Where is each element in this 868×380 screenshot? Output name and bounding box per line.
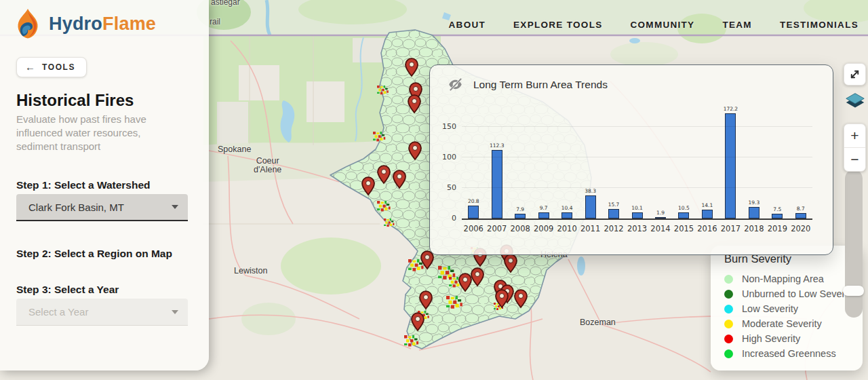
legend-label: High Severity: [742, 333, 800, 344]
bar-2010[interactable]: 10.4: [555, 205, 578, 218]
bar-2014[interactable]: 1.9: [649, 210, 672, 218]
nav-item-team[interactable]: TEAM: [722, 20, 751, 30]
legend-row: High Severity: [724, 331, 863, 346]
bar-value-label: 10.5: [678, 205, 690, 211]
legend-color-dot: [724, 349, 733, 358]
gridline: [462, 126, 812, 127]
panel-description: Evaluate how past fires have influenced …: [16, 113, 178, 153]
back-to-tools-button[interactable]: ← TOOLS: [16, 57, 87, 77]
bar-rect: [561, 212, 572, 218]
nav-item-about[interactable]: ABOUT: [449, 20, 486, 30]
chevron-down-icon: [172, 205, 178, 209]
bar-2015[interactable]: 10.5: [672, 205, 695, 218]
legend-color-dot: [724, 320, 733, 328]
legend-scrollbar-track[interactable]: [845, 170, 863, 318]
y-axis-tick: 100: [436, 153, 456, 162]
expand-map-button[interactable]: [844, 63, 866, 86]
bar-rect: [492, 150, 502, 218]
zoom-in-button[interactable]: +: [844, 124, 865, 148]
nav-item-explore-tools[interactable]: EXPLORE TOOLS: [513, 20, 602, 30]
step3-label: Step 3: Select a Year: [16, 284, 119, 296]
bar-2013[interactable]: 10.1: [625, 205, 648, 218]
bar-rect: [632, 212, 643, 218]
watershed-select[interactable]: Clark Fork Basin, MT: [16, 194, 188, 221]
visibility-off-icon[interactable]: [448, 77, 463, 92]
bar-value-label: 1.9: [656, 210, 665, 216]
legend-row: Moderate Severity: [724, 316, 863, 331]
bar-value-label: 10.1: [631, 205, 643, 211]
chart-header: Long Term Burn Area Trends: [448, 77, 608, 92]
bar-value-label: 8.7: [797, 206, 805, 212]
expand-icon: [848, 68, 861, 81]
x-axis-label: 2011: [578, 224, 601, 233]
y-axis-tick: 50: [436, 183, 456, 192]
map-label-castlegar: astlegar: [211, 0, 240, 7]
bar-rect: [515, 214, 526, 218]
bar-2016[interactable]: 14.1: [696, 202, 719, 218]
y-axis-tick: 150: [436, 122, 456, 131]
bar-rect: [725, 113, 736, 218]
app-stage: astlegar rail Spokane Coeur d'Alene Lewi…: [0, 0, 868, 380]
legend-color-dot: [724, 335, 733, 343]
bar-2011[interactable]: 38.3: [578, 188, 601, 218]
brand-name: HydroFlame: [49, 14, 156, 35]
nav-item-community[interactable]: COMMUNITY: [630, 20, 694, 30]
bar-value-label: 14.1: [702, 202, 713, 208]
x-axis-label: 2010: [555, 224, 578, 233]
year-select-placeholder: Select a Year: [28, 306, 88, 318]
bar-value-label: 19.3: [749, 200, 760, 206]
bar-value-label: 112.3: [490, 142, 504, 149]
bar-rect: [702, 210, 713, 218]
bar-value-label: 15.7: [608, 202, 620, 208]
top-navigation: ABOUTEXPLORE TOOLSCOMMUNITYTEAMTESTIMONI…: [449, 20, 859, 30]
legend-color-dot: [724, 290, 733, 299]
brand[interactable]: HydroFlame: [14, 8, 156, 39]
bar-rect: [468, 206, 479, 218]
zoom-out-button[interactable]: −: [844, 148, 865, 171]
bar-2017[interactable]: 172.2: [719, 106, 742, 218]
y-axis-tick: 0: [436, 214, 456, 223]
watershed-select-value: Clark Fork Basin, MT: [28, 202, 124, 213]
legend-row: Low Severity: [724, 301, 863, 316]
map-label-spokane: Spokane: [218, 145, 251, 154]
map-label-trail: rail: [210, 18, 220, 26]
map-label-coeur-dalene: Coeur d'Alene: [254, 157, 281, 174]
bar-rect: [538, 212, 549, 218]
chart-x-axis-labels: 2006200720082009201020112012201320142015…: [462, 224, 812, 233]
map-label-bozeman: Bozeman: [580, 318, 616, 327]
map-label-lewiston: Lewiston: [234, 267, 267, 276]
back-arrow-icon: ←: [25, 63, 35, 71]
x-axis-label: 2013: [625, 224, 648, 233]
panel-title: Historical Fires: [16, 91, 134, 110]
x-axis-label: 2014: [649, 224, 672, 233]
legend-row: Non-Mapping Area: [724, 271, 863, 286]
bar-2006[interactable]: 20.8: [462, 198, 485, 218]
bar-2008[interactable]: 7.9: [509, 206, 532, 218]
bar-rect: [678, 212, 689, 218]
bar-rect: [608, 209, 619, 218]
legend-scrollbar-thumb[interactable]: [843, 286, 864, 296]
chart-title: Long Term Burn Area Trends: [473, 79, 608, 91]
bar-value-label: 7.9: [516, 206, 524, 212]
zoom-controls: + −: [844, 124, 866, 172]
year-select[interactable]: Select a Year: [16, 299, 188, 326]
bar-value-label: 38.3: [585, 188, 596, 194]
bar-value-label: 10.4: [561, 205, 573, 211]
legend-label: Unburned to Low Severity: [742, 288, 855, 299]
nav-item-testimonials[interactable]: TESTIMONIALS: [780, 20, 859, 30]
burn-severity-legend: Burn Severity Non-Mapping AreaUnburned t…: [711, 246, 863, 370]
layers-button[interactable]: [843, 89, 867, 113]
x-axis-label: 2017: [719, 224, 742, 233]
bar-2009[interactable]: 9.7: [532, 205, 555, 218]
hydroflame-logo-icon: [14, 8, 42, 39]
burn-trends-panel: Long Term Burn Area Trends 05010015020.8…: [429, 64, 833, 255]
bar-2007[interactable]: 112.3: [485, 142, 508, 218]
bar-2019[interactable]: 7.5: [766, 206, 789, 218]
bar-2020[interactable]: 8.7: [789, 206, 812, 218]
bar-rect: [772, 214, 783, 218]
legend-row: Increased Greenness: [724, 346, 863, 361]
x-axis-label: 2015: [672, 224, 695, 233]
bar-value-label: 20.8: [468, 198, 479, 204]
bar-2012[interactable]: 15.7: [602, 202, 625, 218]
bar-2018[interactable]: 19.3: [743, 200, 766, 218]
